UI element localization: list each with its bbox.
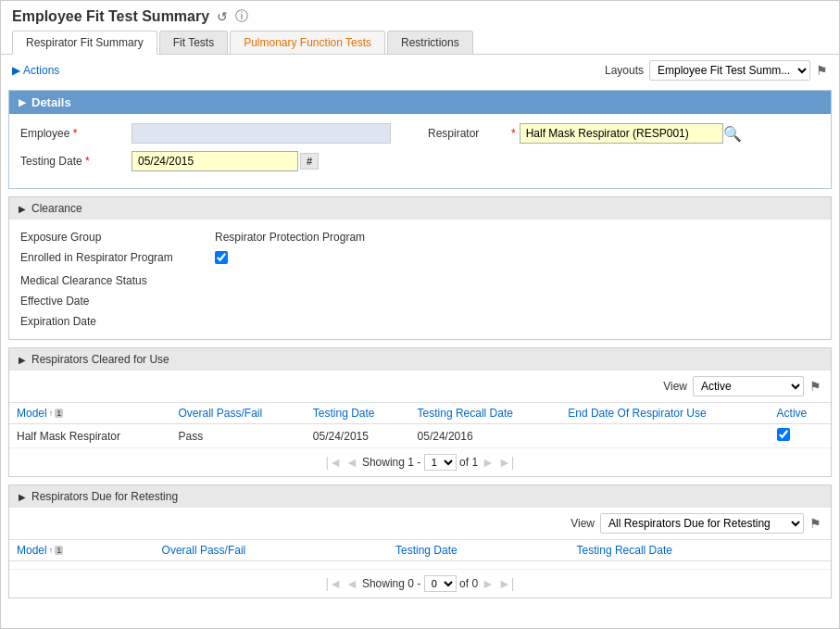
retesting-page-select[interactable]: 0 (424, 575, 457, 592)
respirator-label: Respirator (428, 127, 511, 140)
clearance-section-label: Clearance (31, 202, 82, 215)
retesting-model-sort-num: 1 (55, 546, 63, 555)
retesting-table-toolbar: View All Respirators Due for Retesting A… (9, 508, 831, 540)
cleared-col-recall-date: Testing Recall Date (410, 403, 561, 424)
cleared-prev-page[interactable]: ◄ (345, 455, 358, 470)
retesting-range-start: 0 (407, 577, 414, 590)
refresh-icon[interactable]: ↺ (217, 9, 228, 24)
enrolled-label: Enrolled in Respirator Program (20, 249, 206, 269)
cleared-col-model: Model ↑ 1 (9, 403, 170, 424)
retesting-prev-page[interactable]: ◄ (345, 576, 358, 591)
retesting-empty-row (9, 561, 831, 570)
respirators-retesting-section: ▶ Respirators Due for Retesting View All… (8, 484, 832, 598)
layouts-select[interactable]: Employee Fit Test Summ... (649, 60, 810, 81)
details-toggle-icon: ▶ (19, 97, 26, 107)
details-row-1: Employee Respirator * 🔍 (20, 123, 820, 144)
retesting-model-sort-icon: ↑ (49, 546, 54, 555)
tab-pulmonary-function-tests[interactable]: Pulmonary Function Tests (230, 31, 385, 54)
respirator-required-star: * (511, 127, 516, 140)
clearance-toggle-icon: ▶ (19, 204, 26, 214)
retesting-toggle-icon: ▶ (19, 492, 26, 502)
tab-respirator-fit-summary[interactable]: Respirator Fit Summary (12, 31, 157, 55)
respirators-cleared-body: View Active Inactive All ⚑ Mode (9, 371, 831, 476)
clearance-body: Exposure Group Respirator Protection Pro… (9, 220, 831, 339)
tab-restrictions[interactable]: Restrictions (387, 31, 473, 54)
employee-input[interactable] (132, 123, 391, 144)
details-row-2: Testing Date # (20, 151, 820, 171)
respirators-cleared-label: Respirators Cleared for Use (31, 353, 169, 366)
cleared-last-page[interactable]: ►| (498, 455, 515, 470)
retesting-model-sort[interactable]: Model ↑ 1 (17, 544, 63, 557)
retesting-of-label: of (459, 577, 471, 590)
retesting-pagination: |◄ ◄ Showing 0 - 0 of 0 ► ►| (9, 570, 831, 598)
clearance-section-header[interactable]: ▶ Clearance (9, 197, 831, 220)
cleared-range-start: 1 (407, 456, 414, 469)
table-row: Half Mask Respirator Pass 05/24/2015 05/… (9, 424, 831, 448)
details-section-header[interactable]: ▶ Details (9, 91, 831, 114)
model-col-label: Model (17, 407, 47, 420)
cleared-table-toolbar: View Active Inactive All ⚑ (9, 371, 831, 403)
row-recall-date: 05/24/2016 (410, 424, 561, 448)
cleared-data-table: Model ↑ 1 Overall Pass/Fail Testing Date… (9, 403, 831, 448)
row-testing-date: 05/24/2015 (306, 424, 410, 448)
exposure-group-label: Exposure Group (20, 229, 206, 245)
cleared-page-select[interactable]: 1 (424, 454, 457, 471)
retesting-col-pass-fail: Overall Pass/Fail (155, 540, 388, 561)
medical-clearance-value (215, 272, 820, 289)
actions-bar: ▶ Actions Layouts Employee Fit Test Summ… (1, 55, 839, 86)
layouts-label: Layouts (605, 64, 644, 77)
details-body: Employee Respirator * 🔍 Testing Date # (9, 114, 831, 188)
retesting-table-header-row: Model ↑ 1 Overall Pass/Fail Testing Date… (9, 540, 831, 561)
cleared-view-select[interactable]: Active Inactive All (693, 376, 804, 396)
retesting-data-table: Model ↑ 1 Overall Pass/Fail Testing Date… (9, 540, 831, 570)
cleared-col-pass-fail: Overall Pass/Fail (170, 403, 305, 424)
respirators-cleared-header[interactable]: ▶ Respirators Cleared for Use (9, 348, 831, 371)
expiration-date-value (215, 313, 820, 330)
retesting-next-page[interactable]: ► (482, 576, 495, 591)
enrolled-checkbox-container (215, 249, 820, 269)
cleared-showing-label: Showing (362, 456, 405, 469)
model-sort[interactable]: Model ↑ 1 (17, 407, 63, 420)
cleared-table-header-row: Model ↑ 1 Overall Pass/Fail Testing Date… (9, 403, 831, 424)
cleared-view-label: View (663, 380, 687, 393)
retesting-flag-icon[interactable]: ⚑ (809, 516, 821, 531)
row-active-checkbox[interactable] (777, 428, 790, 441)
cleared-col-testing-date: Testing Date (306, 403, 410, 424)
info-icon[interactable]: ⓘ (235, 8, 248, 25)
tab-fit-tests[interactable]: Fit Tests (159, 31, 228, 54)
retesting-last-page[interactable]: ►| (498, 576, 515, 591)
cleared-total: 1 (471, 456, 478, 469)
respirators-retesting-body: View All Respirators Due for Retesting A… (9, 508, 831, 598)
retesting-col-model: Model ↑ 1 (9, 540, 155, 561)
cleared-next-page[interactable]: ► (482, 455, 495, 470)
bookmark-icon[interactable]: ⚑ (816, 63, 828, 78)
retesting-first-page[interactable]: |◄ (326, 576, 343, 591)
effective-date-value (215, 293, 820, 309)
cleared-toggle-icon: ▶ (19, 355, 26, 365)
respirators-retesting-label: Respirators Due for Retesting (31, 490, 178, 503)
retesting-empty-cell (9, 561, 831, 570)
retesting-total: 0 (471, 577, 478, 590)
retesting-view-select[interactable]: All Respirators Due for Retesting Active… (600, 513, 804, 534)
retesting-col-testing-date: Testing Date (388, 540, 570, 561)
details-section: ▶ Details Employee Respirator * 🔍 Testin… (8, 90, 832, 189)
cleared-pagination: |◄ ◄ Showing 1 - 1 of 1 ► ►| (9, 448, 831, 476)
tabs-bar: Respirator Fit Summary Fit Tests Pulmona… (1, 25, 839, 55)
enrolled-checkbox[interactable] (215, 251, 228, 264)
actions-dropdown[interactable]: ▶ Actions (12, 64, 59, 77)
row-active (770, 424, 831, 448)
row-model: Half Mask Respirator (9, 424, 170, 448)
respirator-search-button[interactable]: 🔍 (723, 125, 742, 143)
cleared-showing-text: Showing 1 - 1 of 1 (362, 454, 478, 471)
cleared-flag-icon[interactable]: ⚑ (809, 379, 821, 394)
row-end-date (560, 424, 769, 448)
medical-clearance-label: Medical Clearance Status (20, 272, 206, 289)
respirators-retesting-header[interactable]: ▶ Respirators Due for Retesting (9, 485, 831, 508)
testing-date-hash-button[interactable]: # (300, 153, 319, 170)
cleared-first-page[interactable]: |◄ (326, 455, 343, 470)
details-section-label: Details (31, 95, 71, 109)
respirator-input[interactable] (520, 123, 723, 144)
testing-date-input[interactable] (132, 151, 298, 171)
employee-label: Employee (20, 127, 132, 140)
retesting-col-recall-date: Testing Recall Date (570, 540, 831, 561)
